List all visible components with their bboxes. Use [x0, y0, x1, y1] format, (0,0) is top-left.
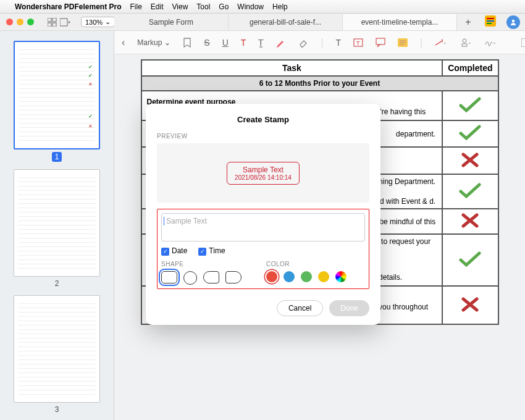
app-badge-icon[interactable] — [479, 15, 502, 29]
completed-header: Completed — [442, 60, 498, 76]
menu-edit[interactable]: Edit — [151, 2, 164, 11]
color-options — [266, 271, 346, 282]
app-name[interactable]: Wondershare PDFelement Pro — [15, 2, 122, 11]
zoom-window-button[interactable] — [27, 19, 34, 25]
callout-icon[interactable] — [376, 36, 385, 49]
tab-event-timeline[interactable]: event-timeline-templa... — [343, 14, 457, 30]
svg-rect-0 — [48, 18, 51, 22]
shape-options — [161, 271, 242, 285]
note-icon[interactable] — [398, 36, 408, 49]
cancel-button[interactable]: Cancel — [277, 300, 323, 316]
x-icon — [460, 212, 480, 229]
menu-file[interactable]: File — [130, 2, 142, 11]
svg-rect-18 — [462, 44, 467, 46]
arrow-tool-icon[interactable]: ⌄ — [435, 36, 447, 49]
color-yellow[interactable] — [318, 271, 329, 282]
svg-rect-8 — [487, 23, 492, 24]
thumbnail-sidebar: ✔ ✔ ✕ ✔ ✕ 1 2 3 — [0, 31, 114, 420]
menu-tool[interactable]: Tool — [196, 2, 210, 11]
strikethrough-icon[interactable]: S — [204, 36, 209, 49]
svg-rect-4 — [60, 19, 67, 26]
annotation-toolbar: ‹ Markup ⌄ S U T T̰ | T T | ⌄ ⌄ ⌄ — [114, 31, 525, 54]
stamp-datetime: 2021/08/26 14:10:14 — [235, 174, 292, 181]
zoom-value: 130% — [85, 19, 103, 26]
menu-help[interactable]: Help — [272, 2, 288, 11]
traffic-lights — [6, 19, 34, 25]
color-rainbow[interactable] — [335, 271, 346, 282]
stamp-text: Sample Text — [235, 166, 292, 174]
shape-right-tag[interactable] — [225, 271, 242, 284]
stamp-sample: Sample Text 2021/08/26 14:10:14 — [227, 162, 300, 185]
pencil-icon[interactable] — [276, 36, 286, 49]
shape-label: SHAPE — [161, 261, 242, 267]
chevron-down-icon: ⌄ — [164, 38, 170, 47]
svg-rect-3 — [52, 23, 56, 27]
close-window-button[interactable] — [6, 19, 13, 25]
svg-rect-7 — [487, 20, 494, 22]
x-icon — [460, 296, 480, 313]
svg-point-9 — [512, 19, 514, 22]
page-thumbnail-3[interactable] — [14, 295, 100, 403]
minimize-window-button[interactable] — [17, 19, 23, 25]
panel-toggle-icon[interactable] — [521, 36, 525, 49]
shape-rounded-rect[interactable] — [161, 271, 177, 284]
check-icon — [458, 250, 482, 269]
check-icon: ✓ — [161, 248, 169, 256]
check-icon — [458, 124, 482, 142]
svg-rect-2 — [48, 23, 51, 27]
task-header: Task — [141, 60, 443, 76]
eraser-icon[interactable] — [298, 36, 308, 49]
textbox-icon[interactable]: T — [353, 36, 363, 49]
zoom-select[interactable]: 130% ⌄ — [81, 17, 115, 27]
time-checkbox[interactable]: ✓Time — [198, 246, 225, 256]
bookmark-icon[interactable] — [183, 36, 191, 49]
tab-sample-form[interactable]: Sample Form — [114, 14, 229, 30]
svg-rect-6 — [487, 18, 494, 19]
document-tabs: Sample Form general-bill-of-sale-f... ev… — [114, 14, 525, 31]
macos-menubar: Wondershare PDFelement Pro File Edit Vie… — [0, 0, 525, 14]
svg-rect-19 — [521, 38, 525, 47]
section-header: 6 to 12 Months Prior to your Event — [141, 76, 498, 91]
signature-icon[interactable]: ⌄ — [484, 36, 497, 49]
preview-label: PREVIEW — [157, 133, 369, 140]
color-red[interactable] — [266, 271, 277, 282]
back-button[interactable]: ‹ — [122, 36, 125, 49]
view-mode-toggle[interactable] — [48, 18, 71, 27]
check-icon: ✓ — [198, 248, 206, 256]
done-button[interactable]: Done — [329, 300, 369, 316]
menu-window[interactable]: Window — [237, 2, 264, 11]
underline-icon[interactable]: U — [222, 36, 229, 49]
svg-text:T: T — [356, 40, 360, 46]
svg-point-17 — [463, 39, 466, 43]
stamp-text-input[interactable]: Sample Text — [161, 213, 365, 242]
page-thumbnail-2[interactable] — [14, 169, 100, 277]
user-avatar[interactable] — [506, 15, 520, 29]
svg-rect-1 — [52, 18, 56, 22]
menu-go[interactable]: Go — [219, 2, 229, 11]
color-label: COLOR — [266, 261, 346, 267]
svg-rect-12 — [376, 38, 385, 44]
shape-left-tag[interactable] — [203, 271, 219, 284]
check-icon — [458, 96, 482, 114]
markup-dropdown[interactable]: Markup ⌄ — [137, 38, 170, 47]
color-green[interactable] — [301, 271, 312, 282]
squiggly-icon[interactable]: T̰ — [258, 36, 264, 49]
text-color-icon[interactable]: T — [241, 36, 246, 49]
add-tab-button[interactable]: + — [457, 17, 479, 28]
date-checkbox[interactable]: ✓Date — [161, 246, 187, 256]
page-number-2: 2 — [6, 279, 107, 288]
menu-view[interactable]: View — [172, 2, 188, 11]
status-cell — [442, 91, 498, 120]
tab-bill-of-sale[interactable]: general-bill-of-sale-f... — [229, 14, 343, 30]
stamp-tool-icon[interactable]: ⌄ — [460, 36, 472, 49]
stamp-preview: Sample Text 2021/08/26 14:10:14 — [157, 143, 369, 203]
create-stamp-dialog: Create Stamp PREVIEW Sample Text 2021/08… — [146, 104, 380, 325]
page-thumbnail-1[interactable]: ✔ ✔ ✕ ✔ ✕ — [14, 41, 100, 149]
page-number-3: 3 — [6, 405, 107, 414]
check-icon — [458, 182, 482, 200]
text-tool-icon[interactable]: T — [336, 36, 342, 49]
shape-circle[interactable] — [183, 271, 197, 285]
chevron-down-icon: ⌄ — [105, 18, 111, 26]
color-blue[interactable] — [284, 271, 295, 282]
highlighted-options: Sample Text ✓Date ✓Time SHAPE COLOR — [157, 209, 369, 289]
